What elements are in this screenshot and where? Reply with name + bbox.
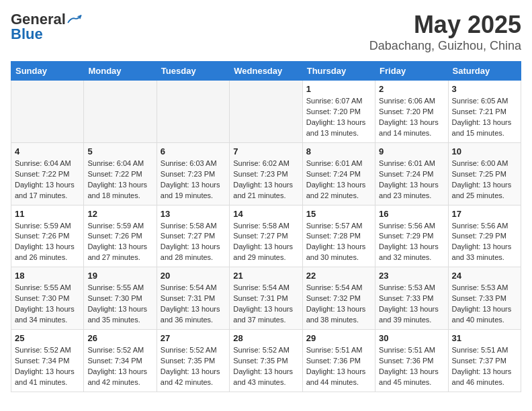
day-number: 9 (379, 146, 444, 156)
location-title: Dabachang, Guizhou, China (369, 39, 521, 53)
day-info: Sunrise: 5:52 AMSunset: 7:34 PMDaylight:… (15, 345, 80, 388)
day-number: 3 (452, 84, 517, 94)
day-info: Sunrise: 5:59 AMSunset: 7:26 PMDaylight:… (15, 221, 80, 264)
day-info: Sunrise: 5:54 AMSunset: 7:31 PMDaylight:… (233, 283, 298, 326)
calendar-cell: 23Sunrise: 5:53 AMSunset: 7:33 PMDayligh… (375, 267, 448, 330)
calendar-cell: 1Sunrise: 6:07 AMSunset: 7:20 PMDaylight… (302, 81, 375, 143)
calendar-cell: 7Sunrise: 6:02 AMSunset: 7:23 PMDaylight… (230, 142, 302, 205)
day-info: Sunrise: 6:01 AMSunset: 7:24 PMDaylight:… (379, 158, 444, 201)
day-info: Sunrise: 5:59 AMSunset: 7:26 PMDaylight:… (87, 221, 152, 264)
day-number: 27 (161, 333, 226, 343)
calendar-cell: 11Sunrise: 5:59 AMSunset: 7:26 PMDayligh… (11, 205, 84, 267)
calendar-table: SundayMondayTuesdayWednesdayThursdayFrid… (11, 61, 521, 392)
calendar-cell: 3Sunrise: 6:05 AMSunset: 7:21 PMDaylight… (448, 81, 521, 143)
calendar-cell: 18Sunrise: 5:55 AMSunset: 7:30 PMDayligh… (11, 267, 84, 330)
page-header: General Blue May 2025 Dabachang, Guizhou… (11, 11, 521, 53)
logo: General Blue (11, 11, 82, 43)
day-info: Sunrise: 5:58 AMSunset: 7:27 PMDaylight:… (161, 221, 226, 264)
calendar-cell: 24Sunrise: 5:53 AMSunset: 7:33 PMDayligh… (448, 267, 521, 330)
day-number: 21 (233, 271, 298, 281)
week-row-4: 18Sunrise: 5:55 AMSunset: 7:30 PMDayligh… (11, 267, 521, 330)
day-number: 28 (233, 333, 298, 343)
day-info: Sunrise: 6:05 AMSunset: 7:21 PMDaylight:… (452, 96, 517, 139)
column-header-tuesday: Tuesday (157, 62, 229, 81)
calendar-cell: 19Sunrise: 5:55 AMSunset: 7:30 PMDayligh… (84, 267, 157, 330)
calendar-cell: 13Sunrise: 5:58 AMSunset: 7:27 PMDayligh… (157, 205, 229, 267)
calendar-cell (157, 81, 229, 143)
day-number: 16 (379, 209, 444, 219)
day-number: 8 (306, 146, 371, 156)
column-header-thursday: Thursday (302, 62, 375, 81)
calendar-cell: 10Sunrise: 6:00 AMSunset: 7:25 PMDayligh… (448, 142, 521, 205)
day-number: 22 (306, 271, 371, 281)
day-number: 23 (379, 271, 444, 281)
day-number: 11 (15, 209, 80, 219)
calendar-cell (11, 81, 84, 143)
day-number: 17 (452, 209, 517, 219)
day-info: Sunrise: 6:04 AMSunset: 7:22 PMDaylight:… (87, 158, 152, 201)
day-number: 25 (15, 333, 80, 343)
day-info: Sunrise: 5:57 AMSunset: 7:28 PMDaylight:… (306, 221, 371, 264)
calendar-cell: 5Sunrise: 6:04 AMSunset: 7:22 PMDaylight… (84, 142, 157, 205)
column-header-wednesday: Wednesday (230, 62, 302, 81)
day-number: 20 (161, 271, 226, 281)
day-info: Sunrise: 5:51 AMSunset: 7:36 PMDaylight:… (306, 345, 371, 388)
calendar-cell: 26Sunrise: 5:52 AMSunset: 7:34 PMDayligh… (84, 330, 157, 392)
day-number: 5 (87, 146, 152, 156)
day-number: 7 (233, 146, 298, 156)
day-info: Sunrise: 6:04 AMSunset: 7:22 PMDaylight:… (15, 158, 80, 201)
day-info: Sunrise: 5:53 AMSunset: 7:33 PMDaylight:… (452, 283, 517, 326)
day-info: Sunrise: 6:07 AMSunset: 7:20 PMDaylight:… (306, 96, 371, 139)
calendar-cell: 21Sunrise: 5:54 AMSunset: 7:31 PMDayligh… (230, 267, 302, 330)
day-number: 18 (15, 271, 80, 281)
week-row-5: 25Sunrise: 5:52 AMSunset: 7:34 PMDayligh… (11, 330, 521, 392)
day-info: Sunrise: 5:53 AMSunset: 7:33 PMDaylight:… (379, 283, 444, 326)
day-number: 19 (87, 271, 152, 281)
day-info: Sunrise: 5:52 AMSunset: 7:35 PMDaylight:… (233, 345, 298, 388)
day-info: Sunrise: 5:51 AMSunset: 7:37 PMDaylight:… (452, 345, 517, 388)
calendar-cell: 30Sunrise: 5:51 AMSunset: 7:36 PMDayligh… (375, 330, 448, 392)
day-number: 12 (87, 209, 152, 219)
day-info: Sunrise: 6:03 AMSunset: 7:23 PMDaylight:… (161, 158, 226, 201)
day-info: Sunrise: 6:00 AMSunset: 7:25 PMDaylight:… (452, 158, 517, 201)
calendar-cell: 8Sunrise: 6:01 AMSunset: 7:24 PMDaylight… (302, 142, 375, 205)
column-header-monday: Monday (84, 62, 157, 81)
logo-blue-text: Blue (11, 26, 43, 43)
title-section: May 2025 Dabachang, Guizhou, China (369, 11, 521, 53)
calendar-cell: 28Sunrise: 5:52 AMSunset: 7:35 PMDayligh… (230, 330, 302, 392)
calendar-cell (84, 81, 157, 143)
calendar-cell: 27Sunrise: 5:52 AMSunset: 7:35 PMDayligh… (157, 330, 229, 392)
calendar-cell: 6Sunrise: 6:03 AMSunset: 7:23 PMDaylight… (157, 142, 229, 205)
day-number: 29 (306, 333, 371, 343)
day-number: 14 (233, 209, 298, 219)
day-info: Sunrise: 5:54 AMSunset: 7:32 PMDaylight:… (306, 283, 371, 326)
calendar-cell: 2Sunrise: 6:06 AMSunset: 7:20 PMDaylight… (375, 81, 448, 143)
month-year-title: May 2025 (369, 11, 521, 39)
calendar-cell: 9Sunrise: 6:01 AMSunset: 7:24 PMDaylight… (375, 142, 448, 205)
calendar-cell: 22Sunrise: 5:54 AMSunset: 7:32 PMDayligh… (302, 267, 375, 330)
day-info: Sunrise: 5:55 AMSunset: 7:30 PMDaylight:… (87, 283, 152, 326)
column-header-sunday: Sunday (11, 62, 84, 81)
day-info: Sunrise: 6:02 AMSunset: 7:23 PMDaylight:… (233, 158, 298, 201)
day-number: 24 (452, 271, 517, 281)
week-row-1: 1Sunrise: 6:07 AMSunset: 7:20 PMDaylight… (11, 81, 521, 143)
calendar-cell: 16Sunrise: 5:56 AMSunset: 7:29 PMDayligh… (375, 205, 448, 267)
calendar-cell: 14Sunrise: 5:58 AMSunset: 7:27 PMDayligh… (230, 205, 302, 267)
week-row-3: 11Sunrise: 5:59 AMSunset: 7:26 PMDayligh… (11, 205, 521, 267)
day-info: Sunrise: 6:01 AMSunset: 7:24 PMDaylight:… (306, 158, 371, 201)
day-number: 10 (452, 146, 517, 156)
day-number: 30 (379, 333, 444, 343)
logo-bird-icon (67, 13, 82, 26)
day-info: Sunrise: 5:54 AMSunset: 7:31 PMDaylight:… (161, 283, 226, 326)
calendar-cell: 31Sunrise: 5:51 AMSunset: 7:37 PMDayligh… (448, 330, 521, 392)
day-number: 2 (379, 84, 444, 94)
calendar-cell (230, 81, 302, 143)
day-info: Sunrise: 5:56 AMSunset: 7:29 PMDaylight:… (379, 221, 444, 264)
calendar-cell: 29Sunrise: 5:51 AMSunset: 7:36 PMDayligh… (302, 330, 375, 392)
day-number: 6 (161, 146, 226, 156)
day-number: 31 (452, 333, 517, 343)
column-header-friday: Friday (375, 62, 448, 81)
week-row-2: 4Sunrise: 6:04 AMSunset: 7:22 PMDaylight… (11, 142, 521, 205)
day-info: Sunrise: 6:06 AMSunset: 7:20 PMDaylight:… (379, 96, 444, 139)
day-info: Sunrise: 5:52 AMSunset: 7:34 PMDaylight:… (87, 345, 152, 388)
